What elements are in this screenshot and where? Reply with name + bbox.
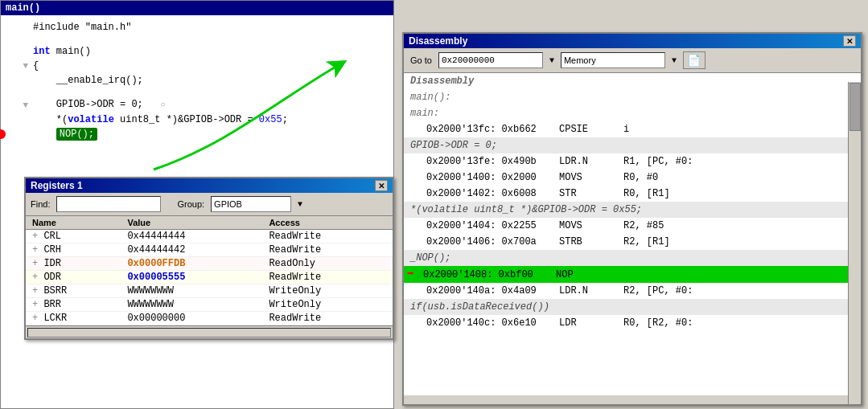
nop-statement: NOP(); <box>56 128 97 141</box>
disasm-mnemonic: LDR.N <box>559 154 623 169</box>
disasm-operands: i <box>623 122 629 137</box>
code-line-blank1 <box>9 35 385 44</box>
disasm-code-row[interactable]: 0x2000'140a: 0x4a09LDR.NR2, [PC, #0: <box>404 283 861 299</box>
code-line-nop: NOP(); <box>9 127 385 141</box>
reg-access: ReadOnly <box>262 257 393 271</box>
memory-dropdown[interactable] <box>561 52 665 68</box>
disasm-code-row[interactable]: ➡0x2000'1408: 0xbf00NOP <box>404 266 861 283</box>
disasm-operands: R0, [R1] <box>623 186 670 201</box>
disasm-comment-row: if(usb.isDataReceived()) <box>404 299 861 315</box>
group-label: Group: <box>177 199 204 209</box>
col-name: Name <box>26 216 121 230</box>
disasm-code-row[interactable]: 0x2000'1404: 0x2255MOVSR2, #85 <box>404 218 861 234</box>
disasm-mnemonic: MOVS <box>559 170 623 185</box>
disasm-address: 0x2000'13fe: 0x490b <box>426 154 559 169</box>
reg-name: + ODR <box>26 271 121 284</box>
disasm-address: 0x2000'1404: 0x2255 <box>426 219 559 233</box>
disasm-code-row[interactable]: 0x2000'1406: 0x700aSTRBR2, [R1] <box>404 234 861 250</box>
registers-hscroll-thumb[interactable] <box>27 328 391 337</box>
disasm-address: 0x2000'1406: 0x700a <box>426 235 559 249</box>
disassembly-titlebar: Disassembly ✕ <box>404 34 861 48</box>
disasm-address: 0x2000'13fc: 0xb662 <box>426 122 559 137</box>
main-window-title: main() <box>1 1 393 15</box>
reg-value: 0x44444442 <box>121 243 262 257</box>
find-input[interactable] <box>56 196 161 212</box>
address-input[interactable] <box>438 52 543 68</box>
code-editor: #include "main.h" int main() ▼ { __enabl… <box>1 15 393 146</box>
registers-table: Name Value Access + CRL 0x44444444 ReadW… <box>26 216 393 325</box>
reg-value: 0x00000000 <box>121 312 262 325</box>
registers-hscrollbar[interactable] <box>26 325 393 338</box>
fold-icon: ▼ <box>23 59 28 73</box>
disasm-mnemonic: STR <box>559 186 623 201</box>
registers-toolbar: Find: Group: ▼ <box>26 193 393 216</box>
code-line-include: #include "main.h" <box>9 20 385 35</box>
memory-dropdown-arrow[interactable]: ▼ <box>672 56 677 65</box>
table-row: + IDR 0x0000FFDB ReadOnly <box>26 257 393 271</box>
reg-access: ReadWrite <box>262 271 393 284</box>
disasm-section-label: main: <box>404 105 861 121</box>
code-line-enable-irq: __enable_irq(); <box>9 73 385 88</box>
registers-title: Registers 1 <box>31 180 83 191</box>
disasm-comment-row: *(volatile uint8_t *)&GPIOB->ODR = 0x55; <box>404 202 861 218</box>
disasm-code-row[interactable]: 0x2000'1400: 0x2000MOVSR0, #0 <box>404 170 861 186</box>
disasm-operands: R0, #0 <box>623 170 658 185</box>
current-line-arrow: ➡ <box>407 268 413 280</box>
disasm-arrow-col: ➡ <box>407 267 423 282</box>
disasm-mnemonic: LDR <box>559 316 623 330</box>
disasm-code-row[interactable]: 0x2000'13fe: 0x490bLDR.NR1, [PC, #0: <box>404 153 861 170</box>
disasm-code-row[interactable]: 0x2000'140c: 0x6e10LDRR0, [R2, #0: <box>404 315 861 331</box>
disasm-code-row[interactable]: 0x2000'13fc: 0xb662CPSIEi <box>404 121 861 137</box>
document-icon: 📄 <box>687 54 701 67</box>
disasm-address: 0x2000'140c: 0x6e10 <box>426 316 559 330</box>
registers-close-button[interactable]: ✕ <box>375 180 388 191</box>
disasm-comment-row: _NOP(); <box>404 250 861 266</box>
disassembly-window: Disassembly ✕ Go to ▼ ▼ 📄 Disassemblymai… <box>402 32 862 406</box>
registers-window: Registers 1 ✕ Find: Group: ▼ Name Value … <box>24 177 394 340</box>
reg-access: ReadWrite <box>262 312 393 325</box>
disasm-section-label: main(): <box>404 89 861 105</box>
code-line-blank2 <box>9 88 385 97</box>
reg-value: WWWWWWWW <box>121 284 262 298</box>
goto-label: Go to <box>410 55 432 65</box>
reg-value: 0x44444444 <box>121 230 262 243</box>
disasm-operands: R1, [PC, #0: <box>623 154 693 169</box>
disasm-address: 0x2000'140a: 0x4a09 <box>426 284 559 298</box>
code-line-gpiob-odr: ▼ GPIOB->ODR = 0; ○ <box>9 97 385 112</box>
disasm-address: 0x2000'1408: 0xbf00 <box>423 268 556 282</box>
table-row: + ODR 0x00005555 ReadWrite <box>26 271 393 284</box>
reg-name: + CRH <box>26 243 121 257</box>
find-label: Find: <box>31 199 50 209</box>
reg-value: 0x00005555 <box>121 271 262 284</box>
disasm-icon-button[interactable]: 📄 <box>683 51 706 69</box>
disasm-address: 0x2000'1400: 0x2000 <box>426 170 559 185</box>
disasm-mnemonic: MOVS <box>559 219 623 233</box>
group-dropdown-arrow[interactable]: ▼ <box>298 200 302 209</box>
disassembly-close-button[interactable]: ✕ <box>843 35 856 47</box>
reg-name: + LCKR <box>26 312 121 325</box>
registers-titlebar: Registers 1 ✕ <box>26 178 393 193</box>
disasm-mnemonic: CPSIE <box>559 122 623 137</box>
disasm-address: 0x2000'1402: 0x6008 <box>426 186 559 201</box>
disasm-operands: R2, [R1] <box>623 235 670 249</box>
disassembly-vscrollbar[interactable] <box>848 82 861 404</box>
disasm-mnemonic: NOP <box>556 268 620 282</box>
reg-access: WriteOnly <box>262 298 393 312</box>
disasm-code-row[interactable]: 0x2000'1402: 0x6008STRR0, [R1] <box>404 186 861 202</box>
table-row: + BSRR WWWWWWWW WriteOnly <box>26 284 393 298</box>
disassembly-toolbar: Go to ▼ ▼ 📄 <box>404 48 861 73</box>
addr-dropdown-arrow[interactable]: ▼ <box>549 56 554 65</box>
group-input[interactable] <box>211 196 291 212</box>
reg-access: WriteOnly <box>262 284 393 298</box>
disassembly-vscroll-thumb[interactable] <box>849 83 861 131</box>
reg-value: 0x0000FFDB <box>121 257 262 271</box>
breakpoint-indicator <box>0 129 6 139</box>
disassembly-content[interactable]: Disassemblymain():main:0x2000'13fc: 0xb6… <box>404 73 861 395</box>
disasm-operands: R2, [PC, #0: <box>623 284 693 298</box>
reg-name: + BSRR <box>26 284 121 298</box>
reg-access: ReadWrite <box>262 243 393 257</box>
col-access: Access <box>262 216 393 230</box>
disasm-comment-row: GPIOB->ODR = 0; <box>404 137 861 153</box>
reg-name: + BRR <box>26 298 121 312</box>
reg-value: WWWWWWWW <box>121 298 262 312</box>
